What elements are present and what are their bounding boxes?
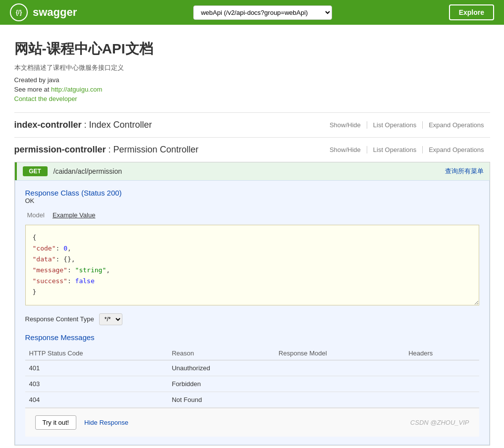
index-controller-name: index-controller : Index Controller — [14, 120, 152, 130]
tab-example-value[interactable]: Example Value — [51, 210, 97, 220]
permission-list-operations[interactable]: List Operations — [367, 146, 423, 153]
content-type-row: Response Content Type */* — [25, 313, 479, 325]
col-reason: Reason — [168, 347, 275, 360]
swagger-logo-icon: {/} — [10, 3, 28, 21]
cell-headers — [404, 392, 479, 407]
permission-section: GET /caidan/acl/permission 查询所有菜单 Respon… — [14, 162, 490, 446]
permission-controller-name: permission-controller : Permission Contr… — [14, 145, 199, 155]
see-more: See more at http://atguigu.com — [14, 86, 490, 93]
api-description: 本文档描述了课程中心微服务接口定义 — [14, 63, 490, 72]
code-block: { "code": 0, "data": {}, "message": "str… — [25, 225, 479, 305]
see-more-link[interactable]: http://atguigu.com — [51, 86, 102, 93]
content-type-select[interactable]: */* — [99, 313, 122, 325]
header: {/} swagger webApi (/v2/api-docs?group=w… — [0, 0, 504, 25]
table-row: 401Unauthorized — [25, 360, 479, 376]
header-left: {/} swagger — [10, 3, 77, 21]
contact-developer-link[interactable]: Contact the developer — [14, 95, 490, 102]
header-center: webApi (/v2/api-docs?group=webApi) — [193, 5, 332, 20]
col-status-code: HTTP Status Code — [25, 347, 168, 360]
response-messages-section: Response Messages HTTP Status Code Reaso… — [25, 333, 479, 408]
cell-reason: Unauthorized — [168, 360, 275, 376]
try-it-out-button[interactable]: Try it out! — [35, 415, 77, 430]
bottom-bar: Try it out! Hide Response CSDN @ZHOU_VIP — [25, 408, 479, 437]
index-controller-actions: Show/Hide List Operations Expand Operati… — [324, 121, 490, 129]
cell-reason: Forbidden — [168, 376, 275, 392]
permission-show-hide[interactable]: Show/Hide — [324, 146, 367, 153]
cell-model — [275, 376, 404, 392]
cell-model — [275, 360, 404, 376]
permission-controller-actions: Show/Hide List Operations Expand Operati… — [324, 146, 490, 153]
tab-model[interactable]: Model — [25, 210, 47, 220]
cell-code: 403 — [25, 376, 168, 392]
main-content: 网站-课程中心API文档 本文档描述了课程中心微服务接口定义 Created b… — [4, 25, 500, 448]
table-row: 403Forbidden — [25, 376, 479, 392]
endpoint-action-link[interactable]: 查询所有菜单 — [445, 167, 484, 176]
cell-code: 404 — [25, 392, 168, 407]
table-row: 404Not Found — [25, 392, 479, 407]
swagger-title: swagger — [33, 6, 77, 19]
bottom-bar-left: Try it out! Hide Response — [35, 415, 128, 430]
permission-controller-row: permission-controller : Permission Contr… — [14, 137, 490, 162]
index-controller-row: index-controller : Index Controller Show… — [14, 112, 490, 137]
index-list-operations[interactable]: List Operations — [367, 121, 423, 129]
response-messages-table: HTTP Status Code Reason Response Model H… — [25, 347, 479, 408]
api-info: 网站-课程中心API文档 本文档描述了课程中心微服务接口定义 Created b… — [14, 40, 490, 102]
endpoint-path: /caidan/acl/permission — [54, 167, 439, 175]
model-tabs: Model Example Value — [25, 210, 479, 220]
index-expand-operations[interactable]: Expand Operations — [423, 121, 490, 129]
method-badge: GET — [23, 166, 48, 176]
content-type-label: Response Content Type — [25, 315, 94, 323]
col-response-model: Response Model — [275, 347, 404, 360]
table-header-row: HTTP Status Code Reason Response Model H… — [25, 347, 479, 360]
cell-code: 401 — [25, 360, 168, 376]
api-group-dropdown[interactable]: webApi (/v2/api-docs?group=webApi) — [193, 5, 332, 20]
api-title: 网站-课程中心API文档 — [14, 40, 490, 58]
endpoint-row: GET /caidan/acl/permission 查询所有菜单 — [15, 162, 490, 180]
response-section: Response Class (Status 200) OK Model Exa… — [15, 180, 490, 445]
created-by: Created by java — [14, 76, 490, 84]
cell-headers — [404, 376, 479, 392]
response-messages-title: Response Messages — [25, 333, 479, 342]
response-ok: OK — [25, 197, 479, 204]
response-class-title[interactable]: Response Class (Status 200) — [25, 189, 122, 197]
hide-response-link[interactable]: Hide Response — [84, 419, 128, 426]
col-headers: Headers — [404, 347, 479, 360]
permission-expand-operations[interactable]: Expand Operations — [423, 146, 490, 153]
watermark: CSDN @ZHOU_VIP — [410, 419, 469, 426]
index-show-hide[interactable]: Show/Hide — [324, 121, 367, 129]
cell-model — [275, 392, 404, 407]
cell-headers — [404, 360, 479, 376]
cell-reason: Not Found — [168, 392, 275, 407]
explore-button[interactable]: Explore — [449, 4, 494, 20]
